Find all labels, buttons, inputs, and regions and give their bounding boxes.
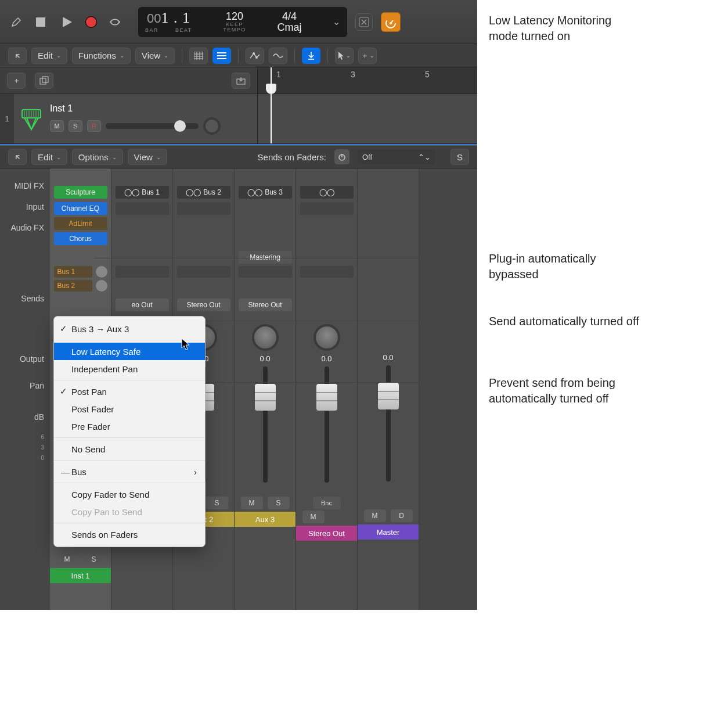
menu-item: Copy Pan to Send	[54, 503, 205, 520]
annotations: Low Latency Monitoring mode turned on Pl…	[477, 0, 728, 610]
main-toolbar: 001 . 1 BAR BEAT 120 KEEP TEMPO 4/4 Cmaj…	[0, 0, 477, 44]
import-icon[interactable]	[232, 73, 250, 89]
lcd-tempo: 120	[223, 11, 246, 22]
back-icon[interactable]	[8, 48, 27, 64]
mute-button[interactable]: M	[56, 553, 78, 566]
app-window: 001 . 1 BAR BEAT 120 KEEP TEMPO 4/4 Cmaj…	[0, 0, 477, 610]
mixer-panel: Edit⌄ Options⌄ View⌄ Sends on Faders: Of…	[0, 144, 477, 610]
track-row[interactable]: 1 Inst 1 M S R	[0, 94, 477, 144]
add-tool-icon[interactable]: ＋⌄	[358, 48, 377, 64]
transport-controls	[33, 14, 123, 30]
instrument-icon	[19, 106, 44, 132]
chevron-down-icon[interactable]: ⌄	[333, 16, 340, 27]
menu-item[interactable]: No Send	[54, 440, 205, 458]
edit-menu[interactable]: Edit⌄	[31, 48, 67, 64]
chorus-slot[interactable]: Chorus	[54, 232, 107, 245]
record-icon[interactable]	[86, 17, 96, 27]
list-icon[interactable]	[212, 48, 231, 64]
svg-rect-6	[40, 78, 46, 84]
cancel-icon[interactable]	[355, 13, 373, 31]
input-slot[interactable]: ◯◯Bus 1	[116, 186, 169, 199]
add-track-icon[interactable]: ＋	[7, 73, 26, 89]
play-icon[interactable]	[59, 14, 75, 30]
sends-on-faders-select[interactable]: Off⌃⌄	[358, 149, 435, 164]
mixer-back-icon[interactable]	[8, 149, 27, 165]
bounce-button[interactable]: Bnc	[313, 497, 341, 509]
annotation-1: Low Latency Monitoring mode turned on	[489, 13, 640, 44]
svg-rect-0	[36, 17, 45, 27]
annotation-2: Plug-in automatically bypassed	[489, 251, 640, 282]
instrument-slot[interactable]: Sculpture	[54, 186, 107, 199]
strip-name[interactable]: Inst 1	[50, 568, 111, 583]
pointer-tool-icon[interactable]: ⌄	[335, 48, 354, 64]
track-name[interactable]: Inst 1	[50, 103, 253, 114]
timeline-ruler[interactable]: 1 3 5	[258, 67, 477, 94]
lcd-position: 1 . 1	[161, 9, 190, 26]
mixer-toolbar: Edit⌄ Options⌄ View⌄ Sends on Faders: Of…	[0, 145, 477, 168]
s-button[interactable]: S	[451, 149, 469, 165]
fader[interactable]	[263, 366, 268, 483]
menu-item[interactable]: Sends on Faders	[54, 526, 205, 543]
grid-icon[interactable]	[189, 48, 208, 64]
record-enable-button[interactable]: R	[87, 120, 101, 132]
track-lane[interactable]	[258, 94, 477, 143]
solo-button[interactable]: S	[83, 553, 105, 566]
mixer-options-menu[interactable]: Options⌄	[72, 149, 123, 165]
annotation-4: Prevent send from being automatically tu…	[489, 375, 651, 407]
cycle-icon[interactable]	[107, 14, 123, 30]
ruler: ＋ 1 3 5	[0, 67, 477, 94]
send-bus2[interactable]: Bus 2	[54, 280, 107, 292]
mixer-row-labels: MIDI FX Input Audio FX Sends Output Pan …	[0, 168, 50, 610]
empty-fx-slot[interactable]	[116, 202, 169, 215]
menu-item[interactable]: Post Fader	[54, 400, 205, 418]
track-number: 1	[0, 94, 14, 143]
menu-item[interactable]: Independent Pan	[54, 360, 205, 378]
mastering-slot[interactable]: Mastering	[239, 251, 292, 264]
power-icon[interactable]	[334, 149, 349, 164]
stop-icon[interactable]	[33, 14, 49, 30]
fader[interactable]	[325, 366, 329, 483]
pencil-icon[interactable]	[8, 14, 24, 30]
annotation-3: Send automatically turned off	[489, 314, 640, 329]
lcd-timesig: 4/4	[277, 11, 301, 22]
menu-item[interactable]: —Bus›	[54, 463, 205, 480]
functions-menu[interactable]: Functions⌄	[72, 48, 131, 64]
solo-button[interactable]: S	[69, 120, 82, 132]
menu-item[interactable]: Copy Fader to Send	[54, 486, 205, 503]
strip-aux3[interactable]: ◯◯Bus 3 Mastering Stereo Out 0.0 MS Aux …	[235, 168, 296, 610]
pan-knob[interactable]	[313, 324, 340, 351]
strip-stereo-out[interactable]: ◯◯ 0.0 Bnc M Stereo Out	[296, 168, 358, 610]
menu-item[interactable]: ✓Post Pan	[54, 383, 205, 400]
svg-point-4	[253, 52, 255, 55]
svg-rect-7	[42, 77, 48, 82]
menu-item[interactable]: Pre Fader	[54, 418, 205, 435]
channel-eq-slot[interactable]: Channel EQ	[54, 202, 107, 215]
mixer-view-menu[interactable]: View⌄	[128, 149, 167, 165]
pan-knob[interactable]	[252, 324, 279, 351]
duplicate-track-icon[interactable]	[35, 73, 53, 89]
flex-icon[interactable]	[269, 48, 287, 64]
mute-button[interactable]: M	[50, 120, 64, 132]
automation-icon[interactable]	[246, 48, 264, 64]
tracks-toolbar: Edit⌄ Functions⌄ View⌄ ⌄ ＋⌄	[0, 44, 477, 67]
pan-knob[interactable]	[203, 117, 221, 135]
svg-point-3	[390, 22, 392, 24]
view-menu[interactable]: View⌄	[135, 48, 175, 64]
lcd-key: Cmaj	[277, 22, 301, 33]
adlimit-slot-bypassed[interactable]: AdLimit	[54, 217, 107, 230]
fader[interactable]	[386, 365, 391, 481]
cursor-icon	[181, 338, 192, 354]
mixer-edit-menu[interactable]: Edit⌄	[31, 149, 67, 165]
volume-slider[interactable]	[106, 123, 199, 129]
strip-master[interactable]: 0.0 MD Master	[358, 168, 419, 610]
lcd-bar-dim: 00	[147, 11, 161, 26]
catch-icon[interactable]	[302, 48, 320, 64]
svg-point-5	[255, 56, 258, 59]
send-bus1[interactable]: Bus 1	[54, 266, 107, 278]
lcd-display[interactable]: 001 . 1 BAR BEAT 120 KEEP TEMPO 4/4 Cmaj…	[138, 7, 347, 37]
output-slot[interactable]: eo Out	[116, 299, 169, 311]
menu-item[interactable]: ✓Bus 3 → Aux 3	[54, 320, 205, 337]
low-latency-icon[interactable]	[381, 12, 401, 32]
dim-button[interactable]: D	[391, 509, 413, 522]
playhead	[271, 67, 272, 94]
